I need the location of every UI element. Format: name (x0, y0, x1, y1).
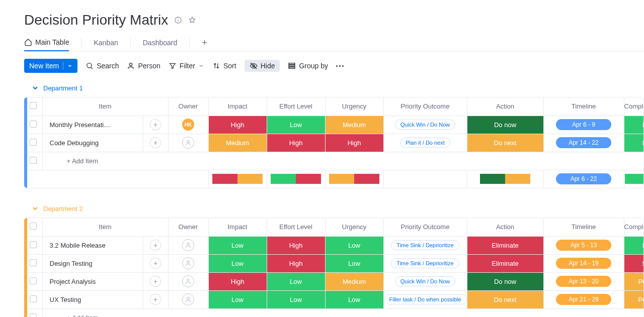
col-timeline[interactable]: Timeline (543, 218, 624, 236)
col-status[interactable]: Completion stat… (624, 218, 644, 236)
star-icon[interactable] (188, 16, 196, 24)
row-checkbox[interactable] (30, 157, 37, 164)
item-name[interactable]: Design Testing (42, 254, 143, 272)
impact-cell[interactable]: High (208, 272, 267, 290)
chevron-down-icon[interactable] (63, 62, 72, 70)
effort-cell[interactable]: Low (267, 272, 325, 290)
row-checkbox[interactable] (30, 139, 37, 146)
row-checkbox[interactable] (30, 259, 37, 266)
outcome-cell[interactable]: Time Sink / Deprioritize (383, 236, 467, 254)
group-header[interactable]: Department 1 (24, 82, 644, 97)
new-item-button[interactable]: New Item (24, 59, 77, 73)
expand-button[interactable]: + (150, 240, 161, 251)
avatar-empty[interactable] (182, 293, 194, 305)
owner-cell[interactable] (168, 254, 208, 272)
expand-button[interactable]: + (150, 276, 161, 287)
outcome-cell[interactable]: Quick Win / Do Now (383, 272, 467, 290)
owner-cell[interactable] (168, 272, 208, 290)
row-checkbox[interactable] (30, 277, 37, 284)
add-item-button[interactable]: + Add Item (42, 308, 644, 317)
group-header[interactable]: Department 2 (24, 202, 644, 218)
impact-cell[interactable]: Medium (208, 134, 267, 152)
person-button[interactable]: Person (127, 62, 160, 70)
status-cell[interactable]: Done (624, 236, 644, 254)
avatar-empty[interactable] (182, 275, 194, 287)
owner-cell[interactable] (168, 236, 208, 254)
hide-button[interactable]: Hide (245, 60, 280, 72)
expand-button[interactable]: + (150, 258, 161, 269)
search-button[interactable]: Search (86, 62, 119, 70)
item-name[interactable]: Project Analysis (42, 272, 143, 290)
urgency-cell[interactable]: Low (325, 236, 383, 254)
item-name[interactable]: UX Testing (42, 290, 143, 308)
col-item[interactable]: Item (42, 218, 168, 236)
effort-cell[interactable]: High (267, 236, 325, 254)
status-cell[interactable]: Pending (624, 272, 644, 290)
status-cell[interactable]: Stuck (624, 254, 644, 272)
status-cell[interactable]: Done (624, 134, 644, 152)
timeline-cell[interactable]: Apr 21 - 29 (543, 290, 624, 308)
add-item-button[interactable]: + Add Item (42, 152, 644, 170)
add-tab-button[interactable]: + (202, 38, 207, 47)
col-owner[interactable]: Owner (168, 97, 208, 116)
select-all-checkbox[interactable] (30, 223, 37, 230)
timeline-cell[interactable]: Apr 6 - 9 (543, 116, 624, 134)
col-item[interactable]: Item (42, 97, 168, 116)
urgency-cell[interactable]: High (325, 134, 383, 152)
sort-button[interactable]: Sort (212, 62, 236, 70)
action-cell[interactable]: Do next (467, 134, 543, 152)
col-outcome[interactable]: Priority Outcome (383, 218, 467, 236)
owner-cell[interactable]: HK (168, 116, 208, 134)
row-checkbox[interactable] (30, 295, 37, 302)
status-cell[interactable]: Pending (624, 290, 644, 308)
row-checkbox[interactable] (30, 241, 37, 248)
urgency-cell[interactable]: Low (325, 254, 383, 272)
effort-cell[interactable]: Low (267, 116, 325, 134)
action-cell[interactable]: Eliminate (467, 254, 543, 272)
urgency-cell[interactable]: Low (325, 290, 383, 308)
avatar-empty[interactable] (182, 257, 194, 269)
avatar-empty[interactable] (182, 137, 194, 149)
impact-cell[interactable]: Low (208, 254, 267, 272)
expand-button[interactable]: + (150, 137, 161, 148)
col-impact[interactable]: Impact (208, 97, 267, 116)
action-cell[interactable]: Do next (467, 290, 543, 308)
filter-button[interactable]: Filter (169, 62, 204, 70)
impact-cell[interactable]: Low (208, 290, 267, 308)
row-checkbox[interactable] (30, 121, 37, 128)
more-button[interactable] (336, 65, 344, 67)
tab-kanban[interactable]: Kanban (94, 35, 118, 51)
avatar-empty[interactable] (182, 239, 194, 251)
col-effort[interactable]: Effort Level (267, 97, 325, 116)
expand-button[interactable]: + (150, 294, 161, 305)
col-impact[interactable]: Impact (208, 218, 267, 236)
outcome-cell[interactable]: Plan it / Do next (383, 134, 467, 152)
col-action[interactable]: Action (467, 218, 543, 236)
avatar[interactable]: HK (182, 119, 194, 131)
urgency-cell[interactable]: Medium (325, 116, 383, 134)
action-cell[interactable]: Do now (467, 272, 543, 290)
timeline-cell[interactable]: Apr 14 - 22 (543, 134, 624, 152)
col-timeline[interactable]: Timeline (543, 97, 624, 116)
group-by-button[interactable]: Group by (288, 62, 328, 70)
outcome-cell[interactable]: Filler task / Do when possible (383, 290, 467, 308)
timeline-cell[interactable]: Apr 5 - 13 (543, 236, 624, 254)
info-icon[interactable] (174, 16, 182, 24)
col-owner[interactable]: Owner (168, 218, 208, 236)
tab-dashboard[interactable]: Dashboard (143, 35, 178, 51)
impact-cell[interactable]: High (208, 116, 267, 134)
col-action[interactable]: Action (467, 97, 543, 116)
expand-button[interactable]: + (150, 119, 161, 130)
owner-cell[interactable] (168, 290, 208, 308)
col-urgency[interactable]: Urgency (325, 218, 383, 236)
status-cell[interactable]: Done (624, 116, 644, 134)
col-urgency[interactable]: Urgency (325, 97, 383, 116)
urgency-cell[interactable]: Medium (325, 272, 383, 290)
outcome-cell[interactable]: Time Sink / Deprioritize (383, 254, 467, 272)
effort-cell[interactable]: High (267, 134, 325, 152)
action-cell[interactable]: Do now (467, 116, 543, 134)
impact-cell[interactable]: Low (208, 236, 267, 254)
timeline-cell[interactable]: Apr 14 - 19 (543, 254, 624, 272)
timeline-cell[interactable]: Apr 13 - 20 (543, 272, 624, 290)
effort-cell[interactable]: Low (267, 290, 325, 308)
